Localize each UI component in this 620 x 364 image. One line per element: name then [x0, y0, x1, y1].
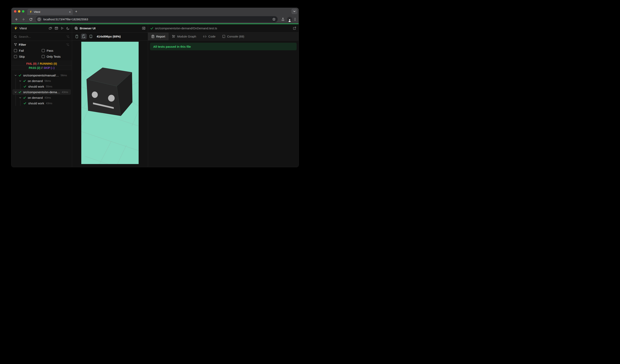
experiments-button[interactable]	[281, 17, 285, 21]
chevron-down-icon[interactable]	[19, 97, 21, 99]
test-duration: 43ms	[62, 91, 68, 94]
reload-button[interactable]	[28, 16, 34, 22]
tab-report[interactable]: Report	[148, 32, 169, 40]
checkbox[interactable]	[42, 49, 45, 52]
checkbox[interactable]	[14, 55, 17, 58]
arrow-right-icon	[22, 17, 25, 21]
browser-tab-vitest[interactable]: Vitest ×	[27, 9, 73, 15]
dashboard-button[interactable]	[55, 27, 58, 30]
clipboard-icon	[151, 35, 155, 38]
minimize-window-button[interactable]	[18, 10, 20, 13]
theme-toggle-button[interactable]	[66, 27, 70, 30]
check-icon	[19, 74, 21, 77]
search-icon	[14, 35, 17, 38]
site-info-button[interactable]	[37, 17, 42, 22]
filter-checkbox-fail[interactable]: Fail	[14, 49, 42, 52]
tab-console[interactable]: Console (69)	[219, 32, 248, 40]
tested-page-viewport[interactable]	[81, 42, 139, 164]
browser-window: Vitest × +	[11, 8, 299, 167]
star-icon	[272, 17, 276, 21]
checkbox-label: Fail	[19, 49, 24, 52]
forward-button[interactable]	[21, 16, 27, 22]
device-preset-resizable-button[interactable]	[81, 33, 87, 39]
close-window-button[interactable]	[14, 10, 16, 13]
test-tree: src/components/manual/… 56ms on demand 5…	[11, 71, 72, 106]
maximize-window-button[interactable]	[22, 10, 24, 13]
check-icon	[23, 80, 26, 82]
test-file-path: src/components/on-demand/OnDemand.test.t…	[155, 27, 291, 30]
url-text[interactable]: localhost:5173/#/?file=1828625563	[43, 18, 271, 21]
clear-filter-icon[interactable]	[66, 43, 69, 46]
check-icon	[19, 91, 21, 93]
window-controls	[11, 8, 27, 15]
back-button[interactable]	[13, 16, 19, 22]
fail-count: FAIL (0)	[26, 62, 37, 65]
open-in-editor-button[interactable]	[293, 27, 296, 30]
menu-button[interactable]	[294, 18, 295, 21]
moon-icon	[66, 27, 70, 30]
funnel-icon	[14, 43, 17, 46]
test-name: should work	[28, 85, 44, 88]
close-tab-icon[interactable]: ×	[69, 11, 71, 13]
arrow-left-icon	[15, 17, 18, 21]
test-name: should work	[28, 102, 44, 105]
browser-ui-title: Browser UI	[80, 27, 95, 30]
bookmark-button[interactable]	[271, 17, 277, 22]
code-icon	[203, 35, 206, 38]
tree-row-test[interactable]: should work 55ms	[12, 84, 71, 89]
separator: /	[38, 62, 39, 65]
separator: /	[42, 66, 42, 70]
sidebar-header-actions	[49, 27, 70, 30]
chevron-down-icon[interactable]	[14, 91, 17, 93]
chevron-down-icon[interactable]	[14, 74, 17, 76]
device-preset-tablet-button[interactable]	[88, 33, 94, 39]
browser-ui-header: Browser UI	[72, 24, 148, 32]
tree-row-suite[interactable]: on demand 56ms	[12, 78, 71, 84]
windows-icon	[49, 27, 52, 30]
tab-label: Report	[156, 35, 165, 38]
vitest-brand: Vitest	[14, 26, 47, 30]
device-preset-small-button[interactable]	[74, 33, 80, 39]
filter-checkbox-only-tests[interactable]: Only Tests	[42, 55, 70, 58]
search-input[interactable]	[19, 35, 64, 38]
test-summary: FAIL (0) / RUNNING (0) PASS (2) / SKIP (…	[11, 61, 72, 71]
tab-search-button[interactable]	[291, 9, 297, 14]
reload-icon	[29, 17, 32, 21]
filter-checkbox-skip[interactable]: Skip	[14, 55, 42, 58]
run-all-button[interactable]	[61, 27, 64, 30]
checkbox-label: Skip	[19, 55, 25, 58]
tree-row-suite[interactable]: on demand 43ms	[12, 95, 71, 100]
profile-button[interactable]	[287, 17, 292, 22]
tree-row-test[interactable]: should work 43ms	[12, 100, 71, 106]
vitest-favicon	[29, 10, 32, 13]
tab-code[interactable]: Code	[200, 32, 219, 40]
dashboard-icon	[55, 27, 58, 30]
test-duration: 56ms	[61, 74, 67, 77]
test-file-name: src/components/on-dema…	[23, 90, 60, 94]
filter-title: Filter	[19, 43, 26, 46]
chevron-down-icon[interactable]	[19, 80, 21, 82]
checkbox-label: Only Tests	[47, 55, 61, 58]
browser-ui-title-group: Browser UI	[75, 27, 140, 30]
summary-row-1: FAIL (0) / RUNNING (0)	[11, 62, 72, 66]
tree-row-file-selected[interactable]: src/components/on-dema… 43ms	[12, 89, 71, 95]
info-icon	[38, 18, 41, 21]
3d-cube-scene	[81, 42, 139, 164]
checkbox[interactable]	[14, 49, 17, 52]
report-panel: src/components/on-demand/OnDemand.test.t…	[148, 24, 299, 167]
check-icon	[23, 96, 26, 99]
collapse-windows-button[interactable]	[49, 27, 52, 30]
checkbox-label: Pass	[47, 49, 53, 52]
tab-strip: Vitest × +	[11, 8, 299, 15]
check-icon	[150, 27, 153, 30]
checkbox[interactable]	[42, 55, 45, 58]
address-bar[interactable]: localhost:5173/#/?file=1828625563	[36, 16, 278, 22]
person-icon	[288, 19, 291, 22]
new-tab-button[interactable]: +	[75, 9, 77, 14]
clear-filter-icon[interactable]	[66, 35, 70, 38]
dock-panel-button[interactable]	[142, 27, 145, 30]
tab-module-graph[interactable]: Module Graph	[169, 32, 200, 40]
tree-row-file[interactable]: src/components/manual/… 56ms	[12, 73, 71, 78]
filter-checkbox-pass[interactable]: Pass	[42, 49, 70, 52]
external-link-icon	[293, 27, 296, 30]
